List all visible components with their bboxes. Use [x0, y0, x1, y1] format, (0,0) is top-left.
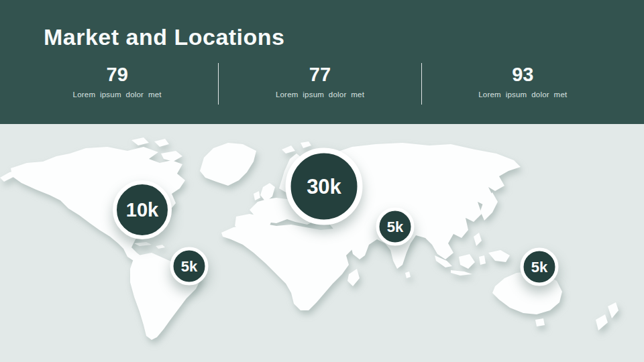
map-marker-north-america: 10k — [113, 180, 172, 239]
map-marker-middle-east: 5k — [376, 208, 415, 246]
slide: Market and Locations 79 Lorem ipsum dolo… — [0, 0, 644, 362]
stat-block-1: 79 Lorem ipsum dolor met — [16, 63, 218, 106]
stat-label: Lorem ipsum dolor met — [16, 90, 218, 99]
stat-block-2: 77 Lorem ipsum dolor met — [219, 63, 421, 106]
stat-value: 77 — [219, 64, 421, 86]
map-marker-australia: 5k — [521, 248, 559, 286]
stat-block-3: 93 Lorem ipsum dolor met — [422, 63, 624, 106]
stat-value: 93 — [422, 64, 624, 86]
map-marker-south-america: 5k — [170, 247, 209, 286]
stats-row: 79 Lorem ipsum dolor met 77 Lorem ipsum … — [16, 63, 624, 106]
stat-value: 79 — [16, 64, 218, 86]
stat-label: Lorem ipsum dolor met — [219, 90, 421, 99]
page-title: Market and Locations — [44, 24, 285, 50]
marker-layer: 10k5k30k5k5k — [0, 124, 644, 362]
map-marker-europe: 30k — [286, 148, 363, 225]
map-area: 10k5k30k5k5k — [0, 124, 644, 362]
stat-label: Lorem ipsum dolor met — [422, 90, 624, 99]
header-band: Market and Locations 79 Lorem ipsum dolo… — [0, 0, 644, 124]
